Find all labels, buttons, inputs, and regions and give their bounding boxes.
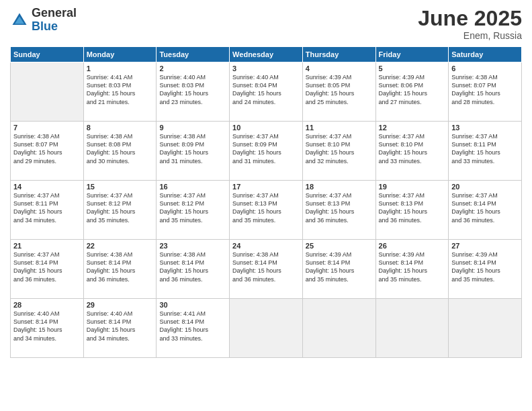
day-number: 11 bbox=[306, 124, 373, 132]
logo: General Blue bbox=[10, 7, 77, 34]
day-info-line: Daylight: 15 hours bbox=[232, 208, 300, 216]
day-info-line: Sunset: 8:13 PM bbox=[379, 199, 446, 208]
title-block: June 2025 Enem, Russia bbox=[418, 7, 522, 41]
day-info-line: Sunset: 8:05 PM bbox=[306, 81, 373, 89]
day-info-line: Sunset: 8:14 PM bbox=[159, 318, 226, 326]
day-info-line: Sunset: 8:04 PM bbox=[232, 81, 300, 89]
day-info-line: Sunrise: 4:39 AM bbox=[379, 73, 446, 81]
day-info-line: Sunset: 8:14 PM bbox=[451, 199, 519, 208]
day-info-line: Sunrise: 4:40 AM bbox=[87, 310, 154, 318]
day-number: 15 bbox=[87, 183, 154, 191]
day-number: 13 bbox=[451, 124, 519, 132]
day-info-line: Sunrise: 4:41 AM bbox=[159, 310, 226, 318]
calendar-cell: 19Sunrise: 4:37 AMSunset: 8:13 PMDayligh… bbox=[375, 181, 449, 240]
day-info-line: Sunrise: 4:37 AM bbox=[306, 132, 373, 140]
day-info-line: Sunset: 8:14 PM bbox=[13, 318, 81, 326]
day-number: 2 bbox=[159, 64, 226, 73]
calendar-cell bbox=[302, 299, 375, 358]
header-thursday: Thursday bbox=[302, 47, 375, 62]
day-number: 24 bbox=[232, 242, 300, 250]
day-info-line: Sunset: 8:13 PM bbox=[232, 199, 300, 208]
day-number: 1 bbox=[87, 64, 154, 73]
day-number: 4 bbox=[306, 64, 373, 73]
day-number: 22 bbox=[87, 242, 154, 250]
day-info-line: Sunrise: 4:37 AM bbox=[159, 191, 226, 199]
header: General Blue June 2025 Enem, Russia bbox=[10, 7, 522, 41]
calendar-row: 28Sunrise: 4:40 AMSunset: 8:14 PMDayligh… bbox=[11, 299, 522, 358]
day-info-line: Sunset: 8:10 PM bbox=[306, 140, 373, 148]
day-info-line: Sunset: 8:14 PM bbox=[306, 259, 373, 267]
day-info-line: Daylight: 15 hours bbox=[451, 267, 519, 275]
day-number: 18 bbox=[306, 183, 373, 191]
day-number: 23 bbox=[159, 242, 226, 250]
day-info-line: Daylight: 15 hours bbox=[13, 208, 81, 216]
calendar-cell: 7Sunrise: 4:38 AMSunset: 8:07 PMDaylight… bbox=[11, 122, 84, 181]
day-info-line: Daylight: 15 hours bbox=[379, 267, 446, 275]
calendar-cell: 15Sunrise: 4:37 AMSunset: 8:12 PMDayligh… bbox=[83, 181, 157, 240]
day-number: 26 bbox=[379, 242, 446, 250]
calendar-cell: 16Sunrise: 4:37 AMSunset: 8:12 PMDayligh… bbox=[157, 181, 230, 240]
calendar-table: Sunday Monday Tuesday Wednesday Thursday… bbox=[10, 46, 522, 358]
calendar-cell: 13Sunrise: 4:37 AMSunset: 8:11 PMDayligh… bbox=[449, 122, 522, 181]
calendar-cell: 17Sunrise: 4:37 AMSunset: 8:13 PMDayligh… bbox=[230, 181, 303, 240]
day-info-line: Sunset: 8:03 PM bbox=[159, 81, 226, 89]
day-number: 5 bbox=[379, 64, 446, 73]
calendar-cell bbox=[230, 299, 303, 358]
day-info-line: and 27 minutes. bbox=[379, 98, 446, 106]
day-info-line: and 30 minutes. bbox=[87, 157, 154, 165]
day-info-line: Daylight: 15 hours bbox=[87, 89, 154, 97]
calendar-cell: 3Sunrise: 4:40 AMSunset: 8:04 PMDaylight… bbox=[230, 62, 303, 122]
day-info-line: and 23 minutes. bbox=[159, 98, 226, 106]
day-info-line: Daylight: 15 hours bbox=[159, 208, 226, 216]
day-info-line: Sunrise: 4:37 AM bbox=[451, 191, 519, 199]
calendar-cell: 25Sunrise: 4:39 AMSunset: 8:14 PMDayligh… bbox=[302, 240, 375, 299]
day-info-line: Sunrise: 4:38 AM bbox=[232, 250, 300, 259]
day-info-line: Daylight: 15 hours bbox=[451, 89, 519, 97]
day-info-line: Daylight: 15 hours bbox=[306, 89, 373, 97]
header-wednesday: Wednesday bbox=[230, 47, 303, 62]
logo-blue-text: Blue bbox=[32, 20, 77, 34]
day-info-line: Daylight: 15 hours bbox=[451, 208, 519, 216]
day-number: 19 bbox=[379, 183, 446, 191]
calendar-cell: 18Sunrise: 4:37 AMSunset: 8:13 PMDayligh… bbox=[302, 181, 375, 240]
day-number: 29 bbox=[87, 301, 154, 309]
day-info-line: and 34 minutes. bbox=[13, 216, 81, 224]
calendar-cell bbox=[375, 299, 449, 358]
day-info-line: and 36 minutes. bbox=[13, 275, 81, 283]
calendar-cell bbox=[11, 62, 84, 122]
day-info-line: and 35 minutes. bbox=[451, 275, 519, 283]
day-number: 17 bbox=[232, 183, 300, 191]
calendar-cell: 27Sunrise: 4:39 AMSunset: 8:14 PMDayligh… bbox=[449, 240, 522, 299]
day-info-line: Daylight: 15 hours bbox=[87, 267, 154, 275]
day-number: 10 bbox=[232, 124, 300, 132]
day-info-line: Sunset: 8:12 PM bbox=[87, 199, 154, 208]
day-info-line: and 36 minutes. bbox=[306, 216, 373, 224]
calendar-row: 7Sunrise: 4:38 AMSunset: 8:07 PMDaylight… bbox=[11, 122, 522, 181]
day-info-line: Daylight: 15 hours bbox=[232, 89, 300, 97]
day-info-line: Sunrise: 4:37 AM bbox=[232, 132, 300, 140]
day-number: 8 bbox=[87, 124, 154, 132]
day-info-line: Sunrise: 4:38 AM bbox=[87, 132, 154, 140]
day-info-line: Daylight: 15 hours bbox=[306, 148, 373, 156]
day-number: 27 bbox=[451, 242, 519, 250]
calendar-cell: 26Sunrise: 4:39 AMSunset: 8:14 PMDayligh… bbox=[375, 240, 449, 299]
calendar-cell: 24Sunrise: 4:38 AMSunset: 8:14 PMDayligh… bbox=[230, 240, 303, 299]
day-info-line: Sunset: 8:10 PM bbox=[379, 140, 446, 148]
day-info-line: Sunrise: 4:40 AM bbox=[159, 73, 226, 81]
day-info-line: Sunset: 8:14 PM bbox=[159, 259, 226, 267]
day-info-line: and 36 minutes. bbox=[159, 275, 226, 283]
day-info-line: and 28 minutes. bbox=[451, 98, 519, 106]
day-number: 20 bbox=[451, 183, 519, 191]
day-info-line: Sunrise: 4:38 AM bbox=[159, 250, 226, 259]
day-info-line: Sunset: 8:11 PM bbox=[13, 199, 81, 208]
day-info-line: Daylight: 15 hours bbox=[159, 326, 226, 334]
day-info-line: Sunrise: 4:37 AM bbox=[232, 191, 300, 199]
day-info-line: Sunrise: 4:39 AM bbox=[306, 250, 373, 259]
day-info-line: and 29 minutes. bbox=[13, 157, 81, 165]
location-subtitle: Enem, Russia bbox=[418, 30, 522, 41]
day-info-line: Daylight: 15 hours bbox=[379, 208, 446, 216]
day-info-line: Daylight: 15 hours bbox=[159, 267, 226, 275]
day-info-line: Sunrise: 4:37 AM bbox=[13, 191, 81, 199]
day-info-line: Sunset: 8:08 PM bbox=[87, 140, 154, 148]
day-info-line: Daylight: 15 hours bbox=[451, 148, 519, 156]
